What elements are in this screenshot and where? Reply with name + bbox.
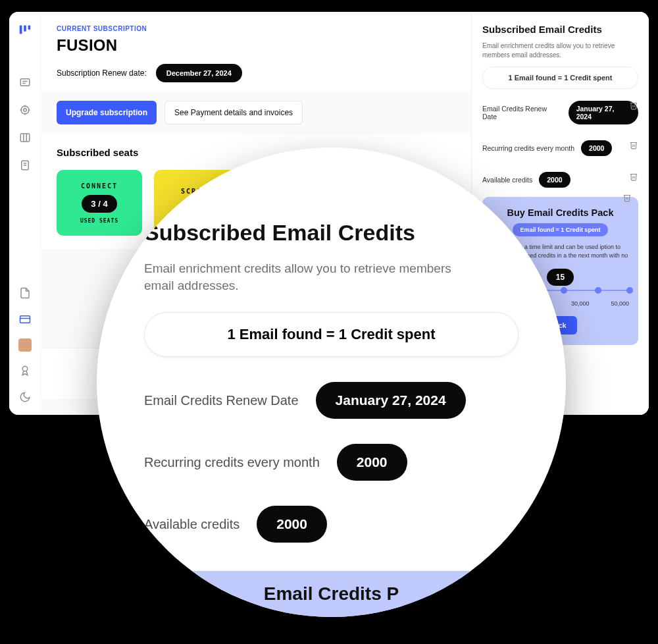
board-icon[interactable] [18,130,32,145]
upgrade-subscription-button[interactable]: Upgrade subscription [57,101,157,124]
trash-icon[interactable] [622,193,632,202]
seat-card-connect: CONNECT 3 / 4 USED SEATS [57,170,142,236]
subscription-header: CURRENT SUBSCRIPTION FUSION Subscription… [41,12,471,92]
mag-recurring-value: 2000 [337,444,407,481]
mag-renew-value: January 27, 2024 [316,382,466,419]
equation-pill: 1 Email found = 1 Credit spent [482,67,638,89]
badge-icon[interactable] [18,363,32,378]
plan-name: FUSION [57,36,455,55]
target-icon[interactable] [18,103,32,117]
svg-point-20 [22,366,28,371]
renew-date-label: Email Credits Renew Date [482,105,562,121]
note-icon[interactable] [18,158,32,173]
mag-available-value: 2000 [257,506,327,543]
mag-renew-label: Email Credits Renew Date [144,393,299,408]
seat-value: 3 / 4 [82,195,116,213]
renew-date-value: January 27, 2024 [569,101,638,124]
buy-title: Buy Email Credits Pack [492,207,629,218]
moon-icon[interactable] [18,390,32,404]
available-label: Available credits [482,176,532,184]
mag-footer: Email Credits P [97,571,566,617]
panel-desc: Email enrichment credits allow you to re… [482,41,638,60]
payment-details-button[interactable]: See Payment details and invoices [164,101,303,124]
sidebar [9,12,41,415]
svg-rect-0 [19,26,22,34]
seat-sub: USED SEATS [80,218,118,224]
file-icon[interactable] [18,286,32,300]
recurring-label: Recurring credits every month [482,144,574,152]
avatar-icon[interactable] [18,338,32,352]
buy-price: 15 [547,269,574,286]
renew-label: Subscription Renew date: [57,68,147,78]
available-value: 2000 [539,172,570,188]
mag-recurring-label: Recurring credits every month [144,455,320,470]
buy-sub-pill: Email found = 1 Credit spent [513,223,609,236]
trash-icon[interactable] [629,140,638,149]
mag-desc: Email enrichment credits allow you to re… [144,260,460,294]
logo-icon [18,22,32,37]
svg-rect-2 [28,26,30,30]
trash-icon[interactable] [629,101,638,110]
magnifier-overlay: Subscribed Email Credits Email enrichmen… [97,148,566,617]
action-bar: Upgrade subscription See Payment details… [41,92,471,134]
svg-point-6 [21,106,29,114]
mag-title: Subscribed Email Credits [144,220,519,246]
messages-icon[interactable] [18,75,32,90]
breadcrumb: CURRENT SUBSCRIPTION [57,25,455,32]
trash-icon[interactable] [629,172,638,181]
mag-available-label: Available credits [144,517,240,532]
svg-rect-3 [20,79,30,86]
recurring-value: 2000 [581,140,612,156]
renew-date-pill: December 27, 2024 [156,64,242,82]
mag-footer-text: Email Credits P [264,583,399,604]
seat-label: CONNECT [81,182,118,190]
svg-point-7 [23,109,26,112]
panel-title: Subscribed Email Credits [482,24,638,35]
billing-icon[interactable] [18,312,32,327]
svg-rect-18 [20,316,30,323]
mag-equation: 1 Email found = 1 Credit spent [144,312,519,357]
svg-rect-1 [24,26,26,32]
svg-rect-12 [20,134,30,142]
